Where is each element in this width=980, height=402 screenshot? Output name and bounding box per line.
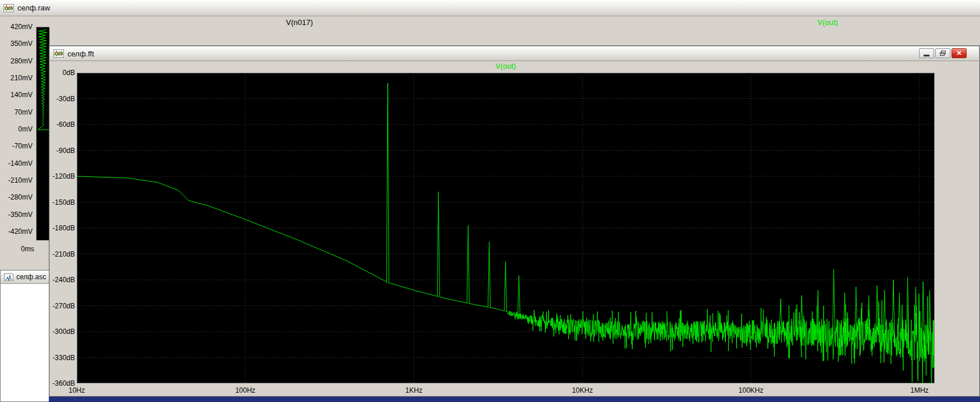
window-controls: ✕ (919, 48, 967, 58)
fft-y-tick: -30dB (51, 95, 75, 103)
fft-y-tick: -150dB (51, 198, 75, 207)
fft-x-tick: 10Hz (56, 386, 97, 394)
fft-y-tick: 0dB (51, 69, 75, 77)
raw-plot-area[interactable] (36, 27, 49, 240)
window-fft: селф.fft ✕ V(out) 0dB-30dB-60dB-90dB-120… (49, 45, 980, 397)
raw-y-tick: 140mV (0, 91, 33, 99)
fft-y-tick: -240dB (51, 276, 75, 284)
raw-y-tick: 420mV (0, 23, 33, 31)
raw-y-tick: -140mV (0, 159, 33, 168)
close-button[interactable]: ✕ (952, 48, 967, 58)
restore-icon (940, 51, 946, 56)
fft-y-tick: -300dB (51, 328, 75, 336)
raw-x-tick: 0ms (21, 245, 34, 253)
fft-y-tick: -210dB (51, 250, 75, 258)
schematic-icon (4, 273, 13, 281)
trace-label-vn017[interactable]: V(n017) (286, 18, 313, 27)
waveform-icon (53, 49, 64, 58)
fft-y-tick: -120dB (51, 172, 75, 180)
schematic-canvas[interactable] (1, 284, 55, 401)
fft-y-tick: -180dB (51, 224, 75, 232)
main-window-bottom-edge (49, 397, 980, 402)
close-icon: ✕ (956, 50, 961, 56)
trace-label-vout[interactable]: V(out) (817, 18, 838, 27)
window-asc: селф.asc (0, 270, 56, 402)
fft-y-tick: -330dB (51, 354, 75, 362)
fft-x-tick: 10KHz (562, 386, 603, 394)
raw-y-tick: -70mV (0, 142, 33, 150)
asc-window-title: селф.asc (16, 273, 46, 281)
fft-titlebar[interactable]: селф.fft ✕ (50, 47, 979, 61)
fft-x-tick: 100KHz (731, 386, 771, 394)
fft-x-tick: 1KHz (394, 386, 434, 394)
waveform-icon (3, 4, 14, 12)
minimize-icon (924, 55, 929, 56)
ltspice-desktop: селф.raw V(n017) V(out) 420mV350mV280mV2… (0, 0, 980, 402)
raw-y-tick: -420mV (0, 227, 33, 236)
raw-y-tick: -280mV (0, 193, 33, 201)
raw-y-tick: 0mV (0, 125, 33, 133)
fft-y-tick: -90dB (51, 147, 75, 155)
raw-titlebar[interactable]: селф.raw (0, 0, 980, 16)
minimize-button[interactable] (919, 48, 934, 58)
raw-window-title: селф.raw (17, 3, 50, 12)
fft-y-tick: -270dB (51, 302, 75, 310)
fft-x-tick: 1MHz (899, 386, 940, 394)
raw-y-tick: 280mV (0, 57, 33, 65)
fft-window-title: селф.fft (67, 49, 94, 58)
fft-plot-area[interactable] (77, 73, 935, 383)
fft-y-tick: -60dB (51, 120, 75, 129)
asc-titlebar[interactable]: селф.asc (1, 271, 55, 284)
raw-y-tick: -350mV (0, 211, 33, 219)
fft-plot-pane: V(out) 0dB-30dB-60dB-90dB-120dB-150dB-18… (51, 62, 978, 394)
raw-y-tick: 70mV (0, 108, 33, 116)
restore-button[interactable] (935, 48, 950, 58)
raw-y-tick: 210mV (0, 74, 33, 82)
fft-x-tick: 100Hz (225, 386, 266, 394)
fft-trace-label[interactable]: V(out) (77, 62, 935, 70)
raw-y-tick: -210mV (0, 176, 33, 184)
raw-y-tick: 350mV (0, 40, 33, 48)
